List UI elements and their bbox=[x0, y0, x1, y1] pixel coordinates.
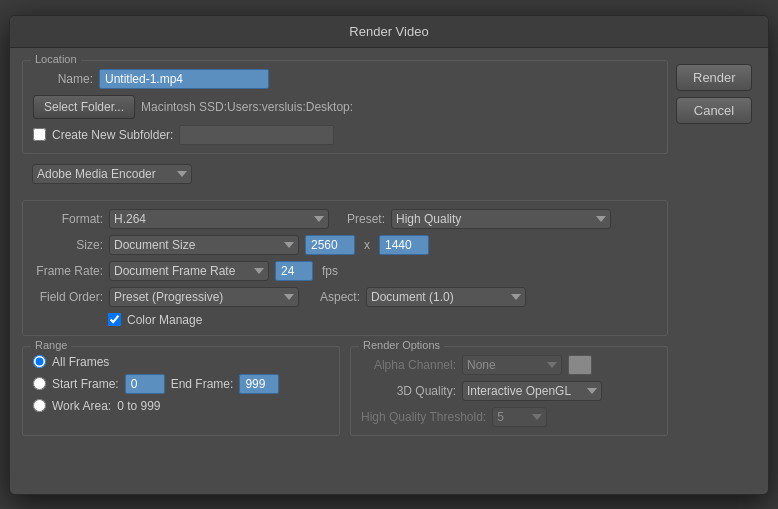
format-section: Format: H.264 Preset: High Quality Size:… bbox=[22, 200, 668, 336]
aspect-select[interactable]: Document (1.0) bbox=[366, 287, 526, 307]
color-manage-label: Color Manage bbox=[127, 313, 202, 327]
all-frames-label: All Frames bbox=[52, 355, 109, 369]
encoder-row: Adobe Media Encoder bbox=[22, 164, 668, 184]
aspect-label: Aspect: bbox=[305, 290, 360, 304]
color-manage-checkbox[interactable] bbox=[108, 313, 121, 326]
render-button[interactable]: Render bbox=[676, 64, 752, 91]
render-options-label: Render Options bbox=[359, 339, 444, 351]
size-label: Size: bbox=[33, 238, 103, 252]
cancel-button[interactable]: Cancel bbox=[676, 97, 752, 124]
fps-value-input[interactable] bbox=[275, 261, 313, 281]
render-video-dialog: Render Video Location Name: Select Folde… bbox=[9, 15, 769, 495]
framerate-label: Frame Rate: bbox=[33, 264, 103, 278]
bottom-section: Range All Frames Start Frame: End Frame: bbox=[22, 346, 668, 436]
quality-row: 3D Quality: Interactive OpenGL bbox=[361, 381, 657, 401]
size-row: Size: Document Size x bbox=[33, 235, 657, 255]
range-section: Range All Frames Start Frame: End Frame: bbox=[22, 346, 340, 436]
quality-select[interactable]: Interactive OpenGL bbox=[462, 381, 602, 401]
work-area-value: 0 to 999 bbox=[117, 399, 160, 413]
alpha-color-swatch bbox=[568, 355, 592, 375]
start-end-row: Start Frame: End Frame: bbox=[33, 374, 329, 394]
alpha-select[interactable]: None bbox=[462, 355, 562, 375]
x-separator: x bbox=[361, 238, 373, 252]
all-frames-row: All Frames bbox=[33, 355, 329, 369]
framerate-select[interactable]: Document Frame Rate bbox=[109, 261, 269, 281]
threshold-select[interactable]: 5 bbox=[492, 407, 547, 427]
format-label: Format: bbox=[33, 212, 103, 226]
create-subfolder-label: Create New Subfolder: bbox=[52, 128, 173, 142]
all-frames-radio[interactable] bbox=[33, 355, 46, 368]
folder-row: Select Folder... Macintosh SSD:Users:ver… bbox=[33, 95, 657, 119]
subfolder-row: Create New Subfolder: bbox=[33, 125, 657, 145]
main-content: Location Name: Select Folder... Macintos… bbox=[22, 60, 668, 482]
fieldorder-label: Field Order: bbox=[33, 290, 103, 304]
format-select[interactable]: H.264 bbox=[109, 209, 329, 229]
fieldorder-select[interactable]: Preset (Progressive) bbox=[109, 287, 299, 307]
preset-label: Preset: bbox=[335, 212, 385, 226]
folder-path: Macintosh SSD:Users:versluis:Desktop: bbox=[141, 100, 353, 114]
name-input[interactable] bbox=[99, 69, 269, 89]
side-buttons: Render Cancel bbox=[676, 60, 756, 482]
end-frame-input[interactable] bbox=[239, 374, 279, 394]
alpha-row: Alpha Channel: None bbox=[361, 355, 657, 375]
end-frame-label: End Frame: bbox=[171, 377, 234, 391]
width-input[interactable] bbox=[305, 235, 355, 255]
name-label: Name: bbox=[33, 72, 93, 86]
dialog-title: Render Video bbox=[10, 16, 768, 48]
create-subfolder-checkbox[interactable] bbox=[33, 128, 46, 141]
height-input[interactable] bbox=[379, 235, 429, 255]
location-section: Location Name: Select Folder... Macintos… bbox=[22, 60, 668, 154]
colormanage-row: Color Manage bbox=[33, 313, 657, 327]
render-options-section: Render Options Alpha Channel: None 3D Qu… bbox=[350, 346, 668, 436]
start-frame-label: Start Frame: bbox=[52, 377, 119, 391]
encoder-select[interactable]: Adobe Media Encoder bbox=[32, 164, 192, 184]
location-label: Location bbox=[31, 53, 81, 65]
select-folder-button[interactable]: Select Folder... bbox=[33, 95, 135, 119]
framerate-row: Frame Rate: Document Frame Rate fps bbox=[33, 261, 657, 281]
threshold-row: High Quality Threshold: 5 bbox=[361, 407, 657, 427]
quality-label: 3D Quality: bbox=[361, 384, 456, 398]
start-frame-input[interactable] bbox=[125, 374, 165, 394]
alpha-label: Alpha Channel: bbox=[361, 358, 456, 372]
format-row: Format: H.264 Preset: High Quality bbox=[33, 209, 657, 229]
subfolder-input[interactable] bbox=[179, 125, 334, 145]
range-label: Range bbox=[31, 339, 71, 351]
work-area-row: Work Area: 0 to 999 bbox=[33, 399, 329, 413]
threshold-label: High Quality Threshold: bbox=[361, 410, 486, 424]
name-row: Name: bbox=[33, 69, 657, 89]
work-area-label: Work Area: bbox=[52, 399, 111, 413]
fieldorder-row: Field Order: Preset (Progressive) Aspect… bbox=[33, 287, 657, 307]
work-area-radio[interactable] bbox=[33, 399, 46, 412]
size-select[interactable]: Document Size bbox=[109, 235, 299, 255]
preset-select[interactable]: High Quality bbox=[391, 209, 611, 229]
start-frame-radio[interactable] bbox=[33, 377, 46, 390]
fps-label: fps bbox=[322, 264, 338, 278]
